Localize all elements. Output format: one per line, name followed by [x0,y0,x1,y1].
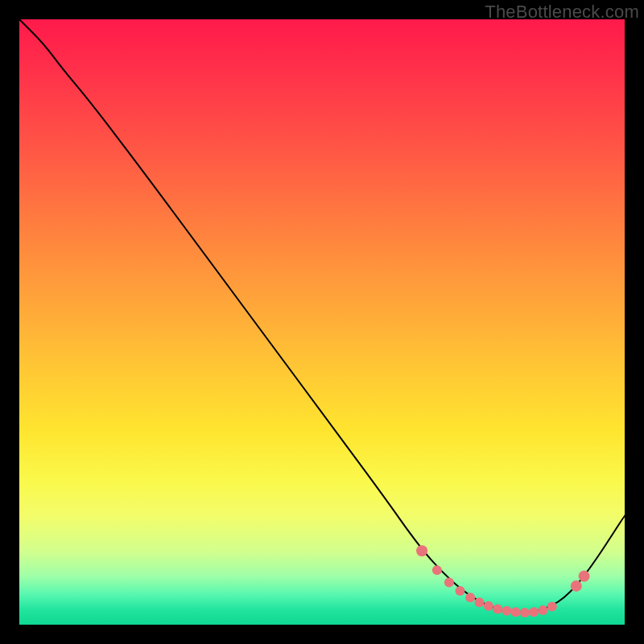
marker-dot [579,571,590,582]
bottleneck-markers [416,545,590,617]
marker-dot [493,604,502,613]
watermark-text: TheBottleneck.com [485,2,639,23]
marker-dot [529,607,539,617]
marker-dot [502,606,511,616]
marker-dot [511,607,521,617]
outer-frame: TheBottleneck.com [0,0,644,644]
marker-dot [475,597,485,607]
gradient-plot-area [19,19,625,625]
chart-svg [19,19,625,625]
marker-dot [539,605,548,615]
marker-dot [520,608,530,617]
marker-dot [547,601,557,611]
marker-dot [444,577,454,587]
bottleneck-curve [19,19,625,612]
marker-dot [416,545,427,556]
marker-dot [456,586,465,596]
marker-dot [432,565,442,575]
marker-dot [484,601,493,611]
marker-dot [465,592,475,602]
marker-dot [571,580,582,592]
